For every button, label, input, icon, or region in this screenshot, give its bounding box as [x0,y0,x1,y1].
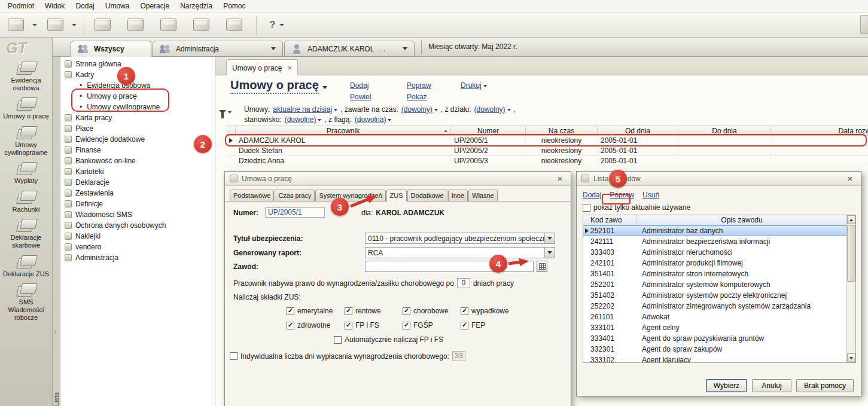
module-button[interactable]: Ewidencja osobowa [0,60,53,91]
zus-checkbox-item[interactable]: chorobowe [403,307,461,315]
checkbox[interactable] [583,204,590,212]
zus-checkbox-item[interactable]: FGŚP [403,321,461,329]
zus-checkbox-item[interactable]: FEP [461,321,519,329]
profession-row[interactable]: 252101 Administrator baz danych [583,225,846,236]
contract-row[interactable]: ADAMCZUK KAROL UP/2005/1 nieokreślony 20… [226,136,868,146]
tree-item[interactable]: Umowy cywilnoprawne [60,102,215,112]
toolbar-overflow-icon[interactable] [860,15,868,34]
mail-envelope-icon[interactable] [44,16,84,35]
help-icon[interactable]: ? [264,16,287,35]
books-icon[interactable] [223,16,257,35]
tree-item[interactable]: Kadry [60,69,215,80]
action-link[interactable]: Drukuj [461,81,487,90]
tree-item[interactable]: Deklaracje [60,177,215,188]
action-link[interactable]: Powiel [350,93,371,101]
checkbox[interactable] [287,322,294,329]
eraser-icon[interactable] [124,16,153,35]
tree-item[interactable]: Wiadomości SMS [60,209,215,220]
contract-dialog-tab[interactable]: Podstawowe [230,190,274,202]
column-header-na-czas[interactable]: Na czas [526,126,598,135]
module-button[interactable]: Deklaracje ZUS [0,254,53,278]
entity-tab[interactable]: Administracja [153,41,283,57]
contract-row[interactable]: Dudek Stefan UP/2005/2 nieokreślony 2005… [226,146,868,156]
checkbox[interactable] [345,322,352,329]
profession-row[interactable]: 252202 Administrator zintegrowanych syst… [583,301,846,312]
tree-item[interactable]: Ewidencje dodatkowe [60,134,215,145]
send-envelope-icon[interactable] [5,16,40,35]
profession-row[interactable]: 351402 Administrator systemów poczty ele… [583,290,846,301]
profession-row[interactable]: 333102 Agent klarujący [583,355,846,363]
close-tab-icon[interactable]: × [287,63,292,72]
menu-item[interactable]: Operacje [135,0,175,12]
tree-item[interactable]: Zestawienia [60,188,215,199]
contract-dialog-tab[interactable]: Własne [468,190,498,202]
dialog-titlebar[interactable]: Lista zawodów × [577,172,861,186]
filter-stanowisko-link[interactable]: (dowolne) [285,115,322,124]
profession-row[interactable]: 333403 Administrator nieruchomości [583,247,846,258]
menu-item[interactable]: Dodaj [70,0,99,12]
tree-item[interactable]: Finanse [60,145,215,155]
column-header-opis[interactable]: Opis zawodu [637,215,846,225]
auto-fp-checkbox-item[interactable]: Automatycznie naliczaj FP i FS [334,335,443,344]
menu-item[interactable]: Widok [39,0,70,12]
profession-row[interactable]: 242111 Administrator bezpieczeństwa info… [583,236,846,247]
checkbox[interactable] [230,352,237,360]
dropdown-caret-icon[interactable] [322,86,327,89]
column-header-data-rozw[interactable]: Data rozw [771,126,868,135]
dialog-button[interactable]: Wybierz [706,379,747,392]
tree-item[interactable]: Ochrona danych osobowych [60,220,215,231]
dialog-button[interactable]: Anuluj [752,379,791,392]
tree-item[interactable]: Naklejki [60,231,215,242]
coins-icon[interactable] [92,16,120,35]
page-title[interactable]: Umowy o pracę [230,78,319,94]
menu-item[interactable]: Umowa [100,0,135,12]
globe-icon[interactable] [190,16,219,35]
entity-tab[interactable]: ADAMCZUK KAROL ... [284,41,415,57]
column-header-do-dnia[interactable]: Do dnia [678,126,771,135]
tree-item[interactable]: Kartoteki [60,166,215,177]
checkbox[interactable] [461,322,468,329]
module-button[interactable]: SMS Wiadomości robocze [0,282,53,321]
tree-item[interactable]: Administracja [60,252,215,263]
profession-row[interactable]: 252201 Administrator systemów komputerow… [583,279,846,290]
checkbox[interactable] [403,307,410,315]
module-button[interactable]: Wypłaty [0,161,53,185]
action-link[interactable]: Dodaj [350,81,371,90]
zus-checkbox-item[interactable]: rentowe [345,307,403,315]
tree-item[interactable]: Definicje [60,199,215,209]
profession-row[interactable]: 351401 Administrator stron internetowych [583,268,846,279]
dialog-action-link[interactable]: Popraw [610,191,634,199]
contract-dialog-tab[interactable]: System wynagrodzeń [315,190,385,202]
menu-item[interactable]: Pomoc [218,0,251,12]
professions-list-header[interactable]: Kod zawo Opis zawodu [583,215,846,225]
filter-icon[interactable] [219,110,232,114]
action-link[interactable]: Popraw [407,81,431,90]
module-button[interactable]: Umowy cywilnoprawne [0,125,53,156]
profession-row[interactable]: 332301 Agent do spraw zakupów [583,344,846,355]
entity-tab[interactable]: Wszyscy [71,41,151,57]
scroll-up-button[interactable] [847,215,855,224]
expand-chevron-icon[interactable]: › [54,329,56,335]
dropdown-button[interactable] [544,248,555,258]
tab-options-button[interactable]: ... [378,45,386,53]
close-icon[interactable]: × [844,173,856,184]
module-button[interactable]: Umowy o pracę [0,96,53,120]
sick-days-input[interactable]: 0 [457,278,470,288]
module-button[interactable]: Rachunki [0,190,53,213]
scroll-thumb[interactable] [847,225,855,282]
module-button[interactable]: Deklaracje skarbowe [0,218,53,249]
zus-checkbox-item[interactable]: emerytalne [287,307,345,315]
profession-input[interactable] [365,261,534,272]
filter-umowy-link[interactable]: aktualne na dzisiaj [273,105,337,114]
dropdown-caret-icon[interactable] [271,47,276,50]
contract-row[interactable]: Dziedzic Anna UP/2005/3 nieokreślony 200… [226,156,868,166]
checkbox[interactable] [334,336,342,344]
dialog-titlebar[interactable]: Umowa o pracę × [225,172,571,186]
zus-checkbox-item[interactable]: zdrowotne [287,321,345,329]
close-icon[interactable]: × [554,173,566,184]
dialog-button[interactable]: Brak pomocy [796,379,854,392]
menu-item[interactable]: Narzędzia [175,0,218,12]
action-link[interactable]: Pokaż [407,93,431,101]
column-header-numer[interactable]: Numer [451,126,526,135]
zus-checkbox-item[interactable]: FP i FS [345,321,403,329]
